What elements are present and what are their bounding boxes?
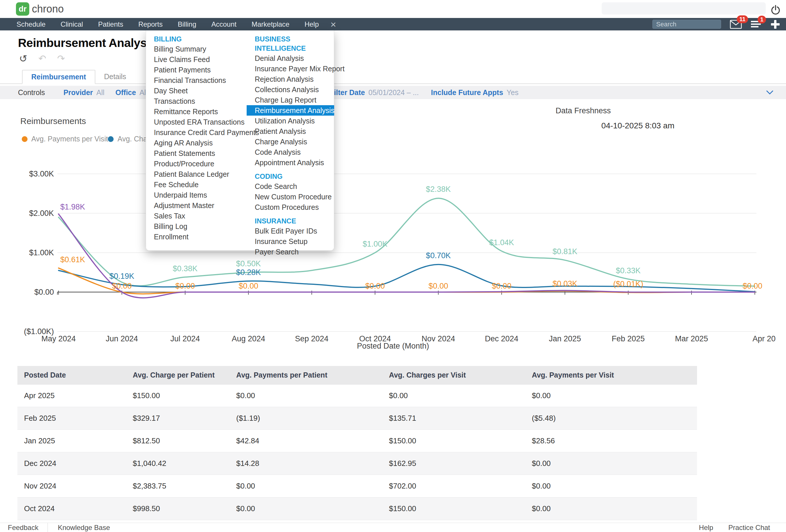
table-cell: Oct 2024 — [24, 504, 133, 513]
menu-item-product-procedure[interactable]: Product/Procedure — [154, 159, 247, 169]
drchrono-logo[interactable]: dr chrono — [16, 2, 64, 16]
nav-item-reports[interactable]: Reports — [131, 20, 170, 28]
table-cell: ($1.19) — [236, 414, 389, 423]
menu-item-patient-analysis[interactable]: Patient Analysis — [247, 126, 334, 137]
menu-item-insurance-credit-card-payments[interactable]: Insurance Credit Card Payments — [154, 127, 247, 138]
svg-text:$0.00: $0.00 — [238, 282, 258, 290]
nav-item-patients[interactable]: Patients — [90, 20, 131, 28]
report-tabs: ReimbursementDetails — [0, 70, 786, 84]
menu-item-new-custom-procedure[interactable]: New Custom Procedure — [247, 191, 334, 202]
menu-item-live-claims-feed[interactable]: Live Claims Feed — [154, 54, 247, 65]
svg-text:$0.28K: $0.28K — [236, 268, 261, 277]
table-row: Dec 2024$1,040.42$14.28$162.95$0.00 — [17, 452, 697, 475]
tasks-button[interactable]: 1 — [750, 20, 762, 29]
menu-section-business-intelligence: BUSINESS INTELLIGENCEDenial AnalysisInsu… — [247, 34, 334, 168]
menu-item-charge-lag-report[interactable]: Charge Lag Report — [247, 95, 334, 105]
menu-item-collections-analysis[interactable]: Collections Analysis — [247, 84, 334, 95]
close-icon[interactable]: × — [330, 19, 336, 29]
top-bar: dr chrono — [0, 0, 786, 18]
filter-provider[interactable]: ProviderAll — [64, 88, 104, 97]
menu-item-billing-log[interactable]: Billing Log — [154, 221, 247, 232]
messages-button[interactable]: 11 — [730, 20, 742, 29]
redo-icon[interactable]: ↷ — [57, 53, 65, 64]
menu-item-enrollment[interactable]: Enrollment — [154, 232, 247, 242]
table-body: Apr 2025$150.00$0.00$0.00$0.00Feb 2025$3… — [17, 385, 697, 520]
nav-item-schedule[interactable]: Schedule — [9, 20, 53, 28]
billing-menu-column-1: BILLINGBilling SummaryLive Claims FeedPa… — [146, 33, 247, 250]
chevron-down-icon[interactable] — [766, 90, 774, 95]
undo-icon[interactable]: ↶ — [39, 53, 46, 64]
nav-item-marketplace[interactable]: Marketplace — [244, 20, 297, 28]
svg-text:$0.03K: $0.03K — [552, 279, 577, 288]
menu-item-day-sheet[interactable]: Day Sheet — [154, 86, 247, 96]
svg-text:$0.00: $0.00 — [365, 282, 385, 290]
menu-section-insurance: INSURANCEBulk Edit Payer IDsInsurance Se… — [247, 216, 334, 257]
filter-office[interactable]: OfficeAll — [115, 88, 147, 97]
menu-item-code-analysis[interactable]: Code Analysis — [247, 147, 334, 157]
table-cell: Jan 2025 — [24, 436, 133, 445]
menu-item-unposted-era-transactions[interactable]: Unposted ERA Transactions — [154, 117, 247, 127]
menu-item-aging-ar-analysis[interactable]: Aging AR Analysis — [154, 138, 247, 148]
menu-item-adjustment-master[interactable]: Adjustment Master — [154, 200, 247, 211]
table-header-cell: Avg. Charges per Visit — [389, 371, 532, 379]
chart-title: Reimbursements — [20, 116, 86, 126]
help-link[interactable]: Help — [699, 524, 713, 532]
menu-item-financial-transactions[interactable]: Financial Transactions — [154, 75, 247, 86]
add-button[interactable] — [770, 19, 780, 29]
menu-item-underpaid-items[interactable]: Underpaid Items — [154, 190, 247, 200]
practice-chat-link[interactable]: Practice Chat — [728, 524, 770, 532]
svg-text:$1.00K: $1.00K — [363, 240, 388, 248]
table-cell: $0.00 — [532, 482, 697, 490]
table-row: Feb 2025$329.17($1.19)$135.71($5.48) — [17, 407, 697, 430]
menu-item-patient-statements[interactable]: Patient Statements — [154, 148, 247, 159]
menu-item-insurance-payer-mix-report[interactable]: Insurance Payer Mix Report — [247, 64, 334, 74]
search-input[interactable] — [652, 20, 721, 29]
power-icon[interactable] — [770, 5, 781, 17]
menu-item-fee-schedule[interactable]: Fee Schedule — [154, 179, 247, 190]
menu-item-utilization-analysis[interactable]: Utilization Analysis — [247, 116, 334, 126]
menu-section-billing: BILLINGBilling SummaryLive Claims FeedPa… — [154, 34, 247, 242]
svg-text:$2.38K: $2.38K — [426, 185, 451, 193]
table-cell: $812.50 — [133, 436, 236, 445]
svg-text:Aug 2024: Aug 2024 — [232, 334, 265, 343]
menu-item-bulk-edit-payer-ids[interactable]: Bulk Edit Payer IDs — [247, 226, 334, 236]
tab-reimbursement[interactable]: Reimbursement — [22, 70, 95, 84]
menu-item-reimbursement-analysis[interactable]: Reimbursement Analysis — [247, 105, 334, 116]
knowledge-base-link[interactable]: Knowledge Base — [48, 524, 110, 532]
menu-item-insurance-setup[interactable]: Insurance Setup — [247, 236, 334, 247]
nav-item-billing[interactable]: Billing — [170, 20, 204, 28]
menu-item-sales-tax[interactable]: Sales Tax — [154, 211, 247, 221]
nav-item-help[interactable]: Help — [297, 20, 326, 28]
menu-item-appointment-analysis[interactable]: Appointment Analysis — [247, 157, 334, 168]
menu-item-payer-search[interactable]: Payer Search — [247, 247, 334, 257]
svg-text:May 2024: May 2024 — [42, 334, 76, 343]
menu-item-patient-balance-ledger[interactable]: Patient Balance Ledger — [154, 169, 247, 179]
table-row: Nov 2024$2,383.75$0.00$702.00$0.00 — [17, 475, 697, 498]
svg-text:Dec 2024: Dec 2024 — [485, 334, 518, 343]
legend-item[interactable]: Avg. Payments per Visit — [22, 135, 108, 143]
tab-details[interactable]: Details — [95, 70, 135, 84]
menu-item-code-search[interactable]: Code Search — [247, 181, 334, 191]
reimbursement-table: Posted DateAvg. Charge per PatientAvg. P… — [17, 366, 697, 520]
menu-item-charge-analysis[interactable]: Charge Analysis — [247, 137, 334, 147]
menu-item-transactions[interactable]: Transactions — [154, 96, 247, 106]
nav-item-clinical[interactable]: Clinical — [53, 20, 90, 28]
reset-icon[interactable]: ↺ — [19, 53, 27, 64]
table-cell: $28.56 — [532, 436, 697, 445]
feedback-link[interactable]: Feedback — [0, 524, 48, 532]
menu-item-patient-payments[interactable]: Patient Payments — [154, 65, 247, 75]
menu-item-custom-procedures[interactable]: Custom Procedures — [247, 202, 334, 212]
menu-item-remittance-reports[interactable]: Remittance Reports — [154, 106, 247, 117]
menu-item-billing-summary[interactable]: Billing Summary — [154, 44, 247, 54]
nav-item-account[interactable]: Account — [204, 20, 244, 28]
menu-item-rejection-analysis[interactable]: Rejection Analysis — [247, 74, 334, 84]
menu-item-denial-analysis[interactable]: Denial Analysis — [247, 53, 334, 64]
svg-text:$2.00K: $2.00K — [29, 209, 54, 217]
svg-text:Sep 2024: Sep 2024 — [295, 334, 329, 343]
filter-filter-date[interactable]: Filter Date05/01/2024 – ... — [329, 88, 419, 97]
svg-text:$0.38K: $0.38K — [173, 264, 198, 273]
table-header-cell: Avg. Charge per Patient — [133, 371, 236, 379]
table-cell: Nov 2024 — [24, 482, 133, 490]
filter-include-future-appts[interactable]: Include Future ApptsYes — [431, 88, 518, 97]
menu-section-title: BUSINESS INTELLIGENCE — [247, 34, 334, 53]
